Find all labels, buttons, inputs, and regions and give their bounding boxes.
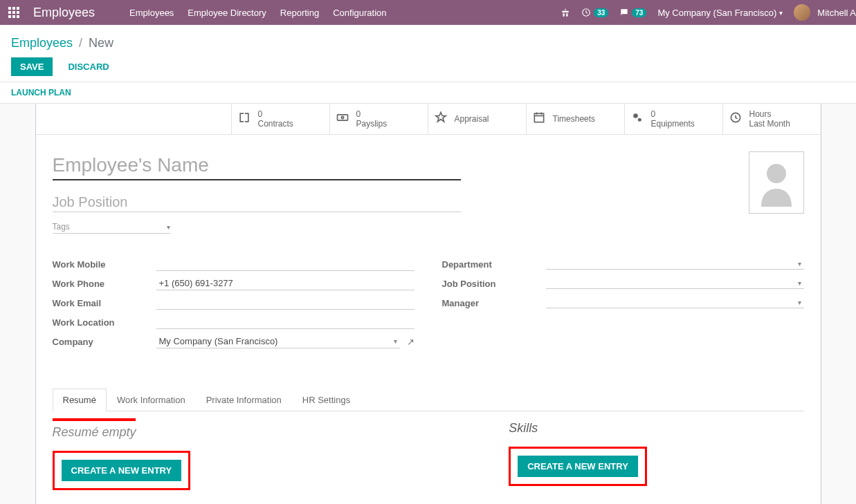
svg-rect-10 xyxy=(337,114,347,120)
tabs: Resumé Work Information Private Informat… xyxy=(36,368,821,411)
job-position-title-input[interactable] xyxy=(53,190,461,212)
department-label: Department xyxy=(442,259,546,270)
svg-point-11 xyxy=(341,116,343,118)
tab-resume[interactable]: Resumé xyxy=(53,389,107,411)
company-selector[interactable]: My Company (San Francisco) ▾ xyxy=(657,8,783,18)
discard-button[interactable]: DISCARD xyxy=(60,57,117,76)
work-phone-label: Work Phone xyxy=(53,279,156,289)
status-bar: LAUNCH PLAN xyxy=(0,82,856,104)
highlight-box: CREATE A NEW ENTRY xyxy=(509,447,647,486)
form-sheet: 0Contracts 0Payslips Appraisal Timesheet… xyxy=(35,104,821,504)
apps-grid-icon[interactable] xyxy=(8,7,19,18)
tab-content: Resumé empty CREATE A NEW ENTRY Skills C… xyxy=(36,411,821,504)
stat-payslips[interactable]: 0Payslips xyxy=(329,104,428,134)
svg-rect-6 xyxy=(8,15,11,18)
highlight-box: CREATE A NEW ENTRY xyxy=(53,451,191,490)
tab-hr-settings[interactable]: HR Settings xyxy=(292,389,361,411)
chevron-down-icon: ▾ xyxy=(394,337,397,345)
skills-section: Skills CREATE A NEW ENTRY xyxy=(509,418,647,490)
stat-equipments[interactable]: 0Equipments xyxy=(624,104,722,134)
svg-point-16 xyxy=(633,113,638,118)
skills-heading: Skills xyxy=(509,421,647,436)
employee-name-input[interactable] xyxy=(53,151,461,180)
stat-timesheets[interactable]: Timesheets xyxy=(526,104,624,134)
messages-badge: 73 xyxy=(632,8,646,17)
manager-select[interactable]: ▾ xyxy=(546,297,804,308)
tab-work-information[interactable]: Work Information xyxy=(107,389,196,411)
create-resume-entry-button[interactable]: CREATE A NEW ENTRY xyxy=(62,460,182,481)
svg-rect-2 xyxy=(17,7,19,10)
launch-plan-button[interactable]: LAUNCH PLAN xyxy=(0,82,82,103)
chevron-down-icon: ▾ xyxy=(798,299,801,306)
stat-appraisal[interactable]: Appraisal xyxy=(428,104,526,134)
menu-directory[interactable]: Employee Directory xyxy=(188,8,266,18)
stat-contracts[interactable]: 0Contracts xyxy=(231,104,329,134)
clock-icon xyxy=(729,111,743,128)
user-name: Mitchell A xyxy=(817,8,856,18)
activity-icon[interactable]: 33 xyxy=(581,8,608,17)
top-navbar: Employees Employees Employee Directory R… xyxy=(0,0,856,25)
control-panel: Employees / New SAVE DISCARD xyxy=(0,25,856,82)
work-location-input[interactable] xyxy=(156,315,415,329)
job-position-select[interactable]: ▾ xyxy=(546,278,804,289)
chevron-down-icon: ▾ xyxy=(798,279,801,287)
work-phone-input[interactable] xyxy=(156,277,415,290)
external-link-icon[interactable]: ↗ xyxy=(407,337,415,347)
tab-private-information[interactable]: Private Information xyxy=(196,389,292,411)
svg-rect-4 xyxy=(12,11,15,14)
company-select[interactable]: My Company (San Francisco) ▾ xyxy=(156,335,400,348)
job-position-label: Job Position xyxy=(442,279,546,289)
svg-rect-12 xyxy=(534,113,543,122)
company-label: Company xyxy=(53,337,156,347)
chevron-down-icon: ▾ xyxy=(798,260,801,268)
menu-configuration[interactable]: Configuration xyxy=(333,8,386,18)
work-mobile-input[interactable] xyxy=(156,257,415,271)
star-icon xyxy=(434,111,448,128)
save-button[interactable]: SAVE xyxy=(11,57,53,76)
highlight-underline xyxy=(53,418,136,421)
menu-employees[interactable]: Employees xyxy=(129,8,174,18)
resume-heading: Resumé empty xyxy=(53,425,191,440)
messages-icon[interactable]: 73 xyxy=(619,8,646,17)
svg-rect-3 xyxy=(8,11,11,14)
money-icon xyxy=(336,111,349,128)
chevron-down-icon: ▾ xyxy=(167,223,170,231)
activity-badge: 33 xyxy=(594,8,608,17)
create-skills-entry-button[interactable]: CREATE A NEW ENTRY xyxy=(518,456,638,477)
user-menu[interactable]: Mitchell A xyxy=(794,4,856,21)
svg-rect-1 xyxy=(12,7,15,10)
manager-label: Manager xyxy=(442,298,546,308)
svg-rect-0 xyxy=(8,7,11,10)
resume-section: Resumé empty CREATE A NEW ENTRY xyxy=(53,418,191,490)
stat-button-row: 0Contracts 0Payslips Appraisal Timesheet… xyxy=(36,104,821,135)
menu-reporting[interactable]: Reporting xyxy=(280,8,319,18)
work-email-input[interactable] xyxy=(156,296,415,310)
breadcrumb: Employees / New xyxy=(11,30,845,57)
work-mobile-label: Work Mobile xyxy=(53,259,156,270)
gift-icon[interactable] xyxy=(561,8,570,17)
department-select[interactable]: ▾ xyxy=(546,259,804,270)
stat-hours[interactable]: HoursLast Month xyxy=(722,104,821,134)
employee-photo[interactable] xyxy=(749,151,804,214)
app-title[interactable]: Employees xyxy=(33,6,95,20)
svg-rect-7 xyxy=(12,15,15,18)
svg-rect-5 xyxy=(17,11,19,14)
svg-rect-8 xyxy=(17,15,19,18)
svg-point-17 xyxy=(637,118,641,121)
tags-input[interactable]: Tags ▾ xyxy=(53,221,170,234)
main-menu: Employees Employee Directory Reporting C… xyxy=(129,8,386,18)
svg-point-19 xyxy=(767,164,786,183)
breadcrumb-current: New xyxy=(89,36,113,50)
user-avatar xyxy=(794,4,810,21)
work-location-label: Work Location xyxy=(53,317,156,328)
work-email-label: Work Email xyxy=(53,298,156,308)
breadcrumb-root[interactable]: Employees xyxy=(11,36,73,50)
gears-icon xyxy=(630,111,644,128)
book-icon xyxy=(237,111,251,128)
calendar-icon xyxy=(532,111,546,128)
